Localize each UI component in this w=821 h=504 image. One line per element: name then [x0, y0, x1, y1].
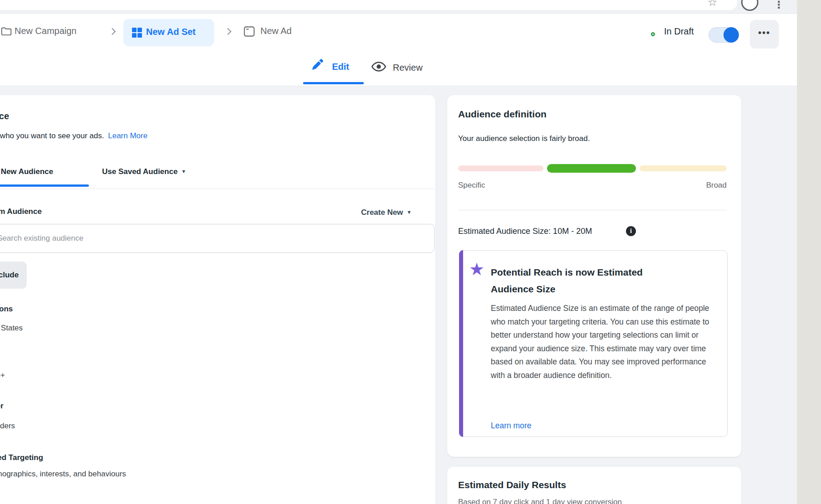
gauge-segment-current	[547, 164, 636, 173]
tab-create-new-audience[interactable]: Create New Audience	[0, 167, 53, 176]
locations-value: United States	[0, 324, 23, 333]
toggle-knob[interactable]	[723, 27, 739, 43]
tab-edit[interactable]: Edit	[332, 62, 349, 72]
pencil-icon	[311, 58, 325, 72]
gauge-segment-broad	[640, 165, 727, 171]
estimated-audience-size: Estimated Audience Size: 10M - 20M	[458, 227, 592, 236]
definition-divider	[458, 210, 727, 210]
active-tab-underline	[303, 82, 364, 84]
create-new-dropdown[interactable]: Create New▼	[361, 208, 412, 217]
more-options-button[interactable]: •••	[750, 20, 779, 48]
learn-more-link[interactable]: Learn More	[108, 131, 147, 140]
estimated-daily-results-subtext: Based on 7 day click and 1 day view conv…	[458, 498, 622, 504]
audience-definition-subtitle: Your audience selection is fairly broad.	[458, 134, 590, 143]
ads-manager-screen: ☆ ⋮ New Campaign New Ad Set New Ad In Dr…	[0, 0, 821, 504]
detailed-targeting-label: Detailed Targeting	[0, 453, 43, 462]
adset-grid-icon	[132, 27, 142, 38]
draft-status-label: In Draft	[664, 26, 694, 37]
callout-accent-bar	[459, 250, 463, 437]
breadcrumb-new-campaign[interactable]: New Campaign	[15, 26, 77, 36]
gender-value: All genders	[0, 422, 15, 431]
folder-icon	[0, 25, 12, 37]
audience-heading: Audience	[0, 111, 9, 121]
callout-body: Estimated Audience Size is an estimate o…	[491, 302, 711, 382]
tab-review[interactable]: Review	[393, 63, 423, 73]
gauge-label-broad: Broad	[680, 181, 727, 190]
tab-use-saved-audience-label: Use Saved Audience	[102, 167, 178, 176]
audience-tab-divider	[0, 189, 434, 189]
exclude-button[interactable]: Exclude	[0, 262, 27, 289]
ad-frame-icon	[243, 25, 255, 38]
browser-toolbar: ☆ ⋮	[0, 0, 821, 14]
breadcrumb-new-ad[interactable]: New Ad	[260, 26, 292, 36]
bookmark-star-icon[interactable]: ☆	[708, 0, 718, 9]
address-bar[interactable]	[0, 0, 737, 10]
breadcrumb-new-ad-set-label[interactable]: New Ad Set	[146, 27, 195, 37]
audience-definition-title: Audience definition	[458, 109, 547, 120]
tab-use-saved-audience[interactable]: Use Saved Audience▼	[102, 167, 186, 176]
callout-learn-more-link[interactable]: Learn more	[491, 421, 532, 431]
detailed-targeting-value: All demographics, interests, and behavio…	[0, 470, 126, 479]
audience-card	[0, 95, 435, 504]
create-new-label: Create New	[361, 208, 403, 217]
gauge-segment-specific	[458, 165, 543, 171]
locations-label: Locations	[0, 305, 13, 314]
age-value: 18 - 65+	[0, 371, 5, 380]
audience-subtitle-text: Define who you want to see your ads.	[0, 131, 104, 140]
audience-tab-underline	[0, 184, 89, 187]
search-audience-input[interactable]	[0, 224, 435, 253]
eye-icon	[371, 61, 386, 73]
desktop-edge-strip	[797, 0, 821, 504]
callout-title: Potential Reach is now Estimated Audienc…	[491, 264, 677, 297]
browser-menu-icon[interactable]: ⋮	[774, 0, 784, 11]
audience-subtitle: Define who you want to see your ads. Lea…	[0, 131, 147, 141]
star-icon: ★	[469, 259, 484, 279]
draft-status-icon	[651, 32, 655, 36]
chevron-down-icon: ▼	[407, 209, 412, 215]
info-icon[interactable]: i	[626, 226, 636, 236]
profile-avatar-icon[interactable]	[741, 0, 758, 11]
estimated-daily-results-title: Estimated Daily Results	[458, 480, 566, 490]
publish-toggle[interactable]	[709, 27, 738, 43]
gauge-label-specific: Specific	[458, 181, 485, 190]
chevron-down-icon: ▼	[181, 169, 186, 174]
gender-label: Gender	[0, 402, 4, 411]
custom-audience-label: Custom Audience	[0, 207, 42, 216]
